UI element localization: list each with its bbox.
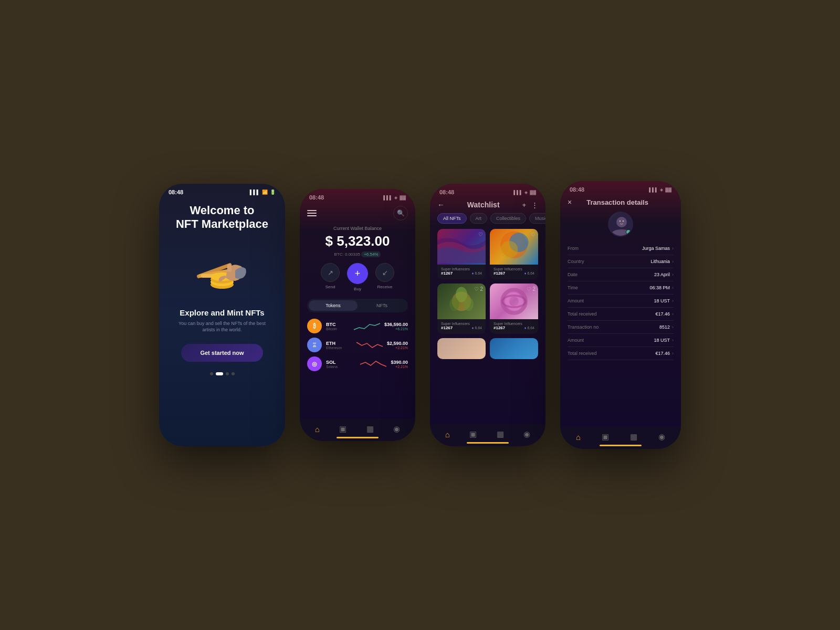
- nav-home-4[interactable]: ⌂: [576, 433, 581, 442]
- amount2-chevron[interactable]: ›: [672, 338, 674, 343]
- nft-card-2[interactable]: ♡ Super Influencers #1267 ♦ 6.64: [490, 229, 538, 279]
- btc-change: +6.21%: [384, 327, 408, 331]
- time-chevron[interactable]: ›: [672, 285, 674, 290]
- status-icons-2: ▌▌▌ ◈ ▓▓: [383, 195, 406, 200]
- nav-home-2[interactable]: ⌂: [315, 425, 320, 434]
- nav-profile-3[interactable]: ◉: [523, 429, 530, 439]
- heart-icon-2[interactable]: ♡: [531, 232, 536, 237]
- signal-icon-4: ▌▌▌: [649, 187, 658, 192]
- filter-art[interactable]: Art: [470, 213, 488, 224]
- tab-nfts[interactable]: NFTs: [358, 300, 406, 311]
- back-button[interactable]: ←: [437, 201, 445, 209]
- amount2-label: Amount: [568, 338, 584, 343]
- get-started-button[interactable]: Get started now: [181, 344, 262, 362]
- phone-transaction: 08:48 ▌▌▌ ◈ ▓▓ × Transaction details: [560, 181, 681, 449]
- more-button[interactable]: ⋮: [531, 201, 538, 209]
- tx-row-from: From Jurga Samas ›: [568, 242, 674, 255]
- nav-profile-4[interactable]: ◉: [658, 432, 665, 442]
- nft-price-4: ♦ 6.64: [524, 326, 534, 330]
- send-action[interactable]: ↗ Send: [321, 263, 340, 291]
- tx-row-date: Date 23 April ›: [568, 268, 674, 281]
- nav-profile-2[interactable]: ◉: [393, 424, 400, 434]
- total1-chevron[interactable]: ›: [672, 311, 674, 317]
- txno-label: Transaction no: [568, 324, 598, 330]
- nft-image-3: ♡ 2: [437, 284, 486, 319]
- battery-icon: 🔋: [270, 190, 276, 195]
- receive-action[interactable]: ↙ Receive: [375, 263, 394, 291]
- tx-row-amount1: Amount 18 UST ›: [568, 295, 674, 308]
- from-value: Jurga Samas ›: [642, 246, 674, 251]
- nft-card-5[interactable]: [437, 338, 486, 359]
- tab-tokens[interactable]: Tokens: [309, 300, 358, 311]
- filter-all[interactable]: All NFTs: [437, 213, 467, 224]
- nav-wallet-4[interactable]: ▣: [602, 432, 609, 442]
- amount1-chevron[interactable]: ›: [672, 298, 674, 303]
- nft-card-6[interactable]: [490, 338, 538, 359]
- wallet-tabs: Tokens NFTs: [307, 299, 408, 312]
- tx-row-country: Country Lithuania ›: [568, 255, 674, 268]
- filter-music[interactable]: Music: [529, 213, 545, 224]
- close-button[interactable]: ×: [568, 198, 572, 206]
- menu-icon[interactable]: [307, 210, 317, 216]
- receive-circle: ↙: [375, 263, 394, 282]
- token-row-eth: Ξ ETH Ethereum $2,590.00 +2.21%: [307, 338, 408, 352]
- watchlist-title: Watchlist: [467, 201, 500, 209]
- signal-icon-2: ▌▌▌: [383, 195, 392, 200]
- heart-icon-1[interactable]: ♡: [478, 232, 483, 237]
- nav-chart-4[interactable]: ▦: [630, 432, 637, 442]
- txno-chevron[interactable]: ›: [672, 324, 674, 330]
- buy-action[interactable]: + Buy: [347, 263, 368, 291]
- nft-id-4: #1267: [494, 326, 505, 330]
- battery-icon-2: ▓▓: [400, 195, 406, 200]
- nft-info-1: Super Influencers #1267 ♦ 6.64: [437, 265, 486, 279]
- status-time-2: 08:48: [309, 194, 324, 201]
- nft-card-1[interactable]: ♡ Super Influencers #1267 ♦ 6.64: [437, 229, 486, 279]
- svg-point-12: [449, 298, 459, 311]
- action-buttons: ↗ Send + Buy ↙ Receive: [307, 263, 408, 291]
- tx-row-txno: Transaction no 8512 ›: [568, 321, 674, 334]
- transaction-content: × Transaction details: [560, 196, 681, 360]
- nft-image-1: ♡: [437, 229, 486, 265]
- nav-chart-3[interactable]: ▦: [497, 429, 504, 439]
- heart-icon-4[interactable]: ♡ 2: [527, 286, 536, 292]
- total2-label: Total received: [568, 351, 597, 356]
- btc-info: BTC: 0.00335 +6.54%: [307, 252, 408, 257]
- total2-chevron[interactable]: ›: [672, 351, 674, 356]
- wifi-icon-2: ◈: [394, 195, 397, 200]
- heart-icon-3[interactable]: ♡ 2: [474, 286, 483, 292]
- signal-icon-3: ▌▌▌: [513, 190, 522, 195]
- token-list: ₿ BTC Bitcoin $36,590.00 +6.21% Ξ: [307, 319, 408, 371]
- nav-wallet-2[interactable]: ▣: [339, 424, 346, 434]
- phone-watchlist: 08:48 ▌▌▌ ◈ ▓▓ ← Watchlist + ⋮ All NFTs …: [430, 184, 545, 446]
- filter-collectibles[interactable]: Collectibles: [490, 213, 526, 224]
- add-button[interactable]: +: [522, 201, 526, 209]
- btc-price-col: $36,590.00 +6.21%: [384, 322, 408, 331]
- btc-full: Bitcoin: [326, 327, 350, 331]
- nft-card-3[interactable]: ♡ 2 Super Influencers #1267 ♦ 6.64: [437, 284, 486, 334]
- dot-2: [216, 372, 223, 375]
- buy-label: Buy: [354, 287, 361, 291]
- buy-circle: +: [347, 263, 368, 284]
- date-label: Date: [568, 272, 578, 277]
- status-icons-1: ▌▌▌ 📶 🔋: [250, 190, 276, 195]
- date-chevron[interactable]: ›: [672, 272, 674, 277]
- status-time-4: 08:48: [570, 186, 584, 193]
- btc-price: $36,590.00: [384, 322, 408, 327]
- sol-icon: ◎: [307, 356, 322, 371]
- nft-image-4: ♡ 2: [490, 284, 538, 319]
- wifi-icon-3: ◈: [524, 190, 528, 195]
- from-chevron[interactable]: ›: [672, 246, 674, 251]
- nft-card-4[interactable]: ♡ 2 Super Influencers #1267 ♦ 6.64: [490, 284, 538, 334]
- nav-home-3[interactable]: ⌂: [445, 430, 450, 439]
- nav-chart-2[interactable]: ▦: [366, 424, 374, 434]
- search-button[interactable]: 🔍: [393, 206, 408, 220]
- bottom-bar-2: [337, 437, 379, 438]
- eth-price-col: $2,590.00 +2.21%: [387, 341, 408, 350]
- page-dots: [170, 372, 275, 375]
- eth-full: Ethereum: [326, 346, 352, 350]
- country-chevron[interactable]: ›: [672, 259, 674, 264]
- nav-wallet-3[interactable]: ▣: [469, 429, 477, 439]
- amount1-label: Amount: [568, 298, 584, 303]
- welcome-content: Welcome to NFT Marketplace: [159, 198, 285, 381]
- date-value: 23 April ›: [654, 272, 674, 277]
